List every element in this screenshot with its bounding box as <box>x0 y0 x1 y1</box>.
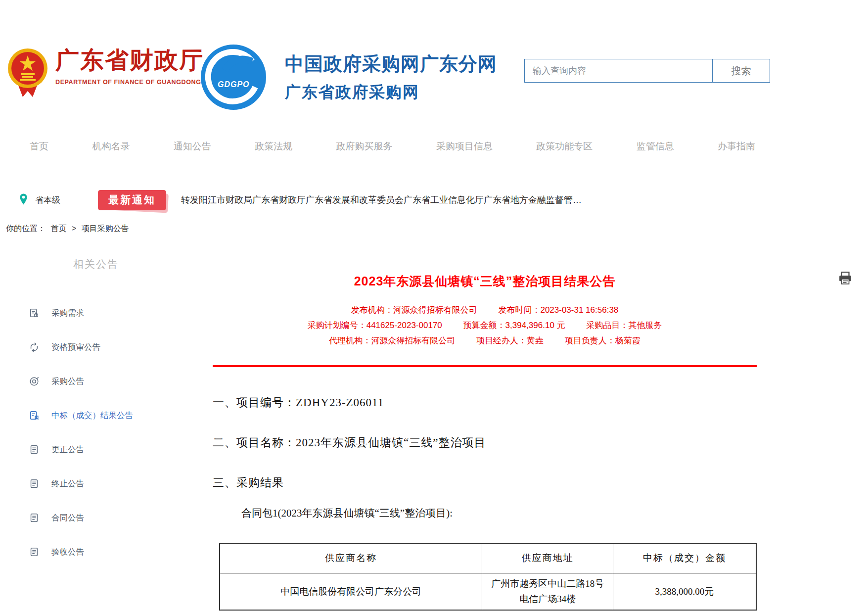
cell-supplier-name: 中国电信股份有限公司广东分公司 <box>220 573 482 610</box>
sidebar-item-label: 验收公告 <box>51 547 84 558</box>
site-title-line2: 广东省政府采购网 <box>285 82 497 103</box>
handler-value: 黄垚 <box>527 336 544 345</box>
breadcrumb-separator: > <box>72 224 76 233</box>
sidebar: 相关公告 采购需求 资格预审公告 <box>0 257 213 569</box>
breadcrumb-current[interactable]: 项目采购公告 <box>82 224 129 233</box>
page: 广东省财政厅 DEPARTMENT OF FINANCE OF GUANGDON… <box>0 0 868 614</box>
meta-line-2: 采购计划编号：441625-2023-00170 预算金额：3,394,396.… <box>213 318 757 333</box>
latest-notice-badge[interactable]: 最新通知 <box>98 190 166 210</box>
sidebar-item-acceptance[interactable]: 验收公告 <box>0 535 213 569</box>
manager-value: 杨菊霞 <box>615 336 640 345</box>
sidebar-item-procurement-announcement[interactable]: 采购公告 <box>0 364 213 398</box>
breadcrumb: 你的位置： 首页 > 项目采购公告 <box>6 224 132 234</box>
sidebar-list: 采购需求 资格预审公告 采购公告 <box>0 296 213 569</box>
nav-item-guide[interactable]: 办事指南 <box>718 140 755 153</box>
gdgpo-text: GDGPO <box>218 80 250 89</box>
address-line-2: 电信广场34楼 <box>482 591 612 607</box>
gdgpo-logo-icon: GDGPO <box>201 45 266 110</box>
location-pin-icon <box>19 193 28 207</box>
nav-item-directory[interactable]: 机构名录 <box>92 140 130 153</box>
sidebar-item-label: 更正公告 <box>51 444 84 455</box>
breadcrumb-home[interactable]: 首页 <box>50 224 66 233</box>
site-title-line1: 中国政府采购网广东分网 <box>285 51 497 77</box>
publisher-label: 发布机构： <box>351 305 393 315</box>
national-emblem-icon <box>7 47 48 101</box>
sidebar-item-label: 中标（成交）结果公告 <box>51 410 133 421</box>
sidebar-item-correction[interactable]: 更正公告 <box>0 432 213 467</box>
manager-label: 项目负责人： <box>565 336 615 345</box>
section-project-name: 二、项目名称：2023年东源县仙塘镇“三线”整治项目 <box>213 435 757 450</box>
handler-label: 项目经办人： <box>476 336 527 345</box>
header-supplier-name: 供应商名称 <box>220 543 482 573</box>
search-input[interactable] <box>525 59 712 82</box>
address-line-1: 广州市越秀区中山二路18号 <box>482 576 612 591</box>
contract-package-line: 合同包1(2023年东源县仙塘镇“三线”整治项目): <box>213 506 757 520</box>
article-meta: 发布机构：河源众得招标有限公司 发布时间：2023-03-31 16:56:38… <box>213 302 757 348</box>
cell-supplier-address: 广州市越秀区中山二路18号 电信广场34楼 <box>482 573 613 610</box>
meta-line-3: 代理机构：河源众得招标有限公司 项目经办人：黄垚 项目负责人：杨菊霞 <box>213 333 757 348</box>
red-divider <box>213 365 757 367</box>
sidebar-title: 相关公告 <box>73 257 213 271</box>
budget-label: 预算金额： <box>463 321 505 330</box>
category-value: 其他服务 <box>628 321 662 330</box>
agency-label: 代理机构： <box>329 336 371 345</box>
header-supplier-address: 供应商地址 <box>482 543 613 573</box>
sidebar-item-label: 采购需求 <box>51 308 84 319</box>
region-selector[interactable]: 省本级 <box>35 194 60 206</box>
section-procurement-result: 三、采购结果 <box>213 475 757 490</box>
main-nav: 首页 机构名录 通知公告 政策法规 政府购买服务 采购项目信息 政策功能专区 监… <box>30 140 755 153</box>
publisher-value: 河源众得招标有限公司 <box>393 305 477 315</box>
agency-value: 河源众得招标有限公司 <box>371 336 455 345</box>
section-project-number: 一、项目编号：ZDHY23-Z06011 <box>213 395 757 410</box>
notice-link[interactable]: 转发阳江市财政局广东省财政厅广东省发展和改革委员会广东省工业信息化厅广东省地方金… <box>181 194 582 206</box>
plan-number-label: 采购计划编号： <box>308 321 366 330</box>
sidebar-item-prequalification[interactable]: 资格预审公告 <box>0 330 213 364</box>
plan-number-value: 441625-2023-00170 <box>366 321 442 330</box>
article: 2023年东源县仙塘镇“三线”整治项目结果公告 发布机构：河源众得招标有限公司 … <box>213 257 757 611</box>
search-button[interactable]: 搜索 <box>712 59 770 82</box>
search-bar: 搜索 <box>524 59 770 83</box>
header-award-amount: 中标（成交）金额 <box>613 543 756 573</box>
nav-item-policies[interactable]: 政策法规 <box>255 140 292 153</box>
publish-time-label: 发布时间： <box>498 305 540 315</box>
print-button[interactable] <box>838 271 853 287</box>
sidebar-item-label: 采购公告 <box>51 376 84 387</box>
table-header-row: 供应商名称 供应商地址 中标（成交）金额 <box>220 543 756 573</box>
sidebar-item-termination[interactable]: 终止公告 <box>0 467 213 501</box>
result-table: 供应商名称 供应商地址 中标（成交）金额 中国电信股份有限公司广东分公司 广州市… <box>219 543 757 611</box>
table-row: 中国电信股份有限公司广东分公司 广州市越秀区中山二路18号 电信广场34楼 3,… <box>220 573 756 610</box>
nav-item-gov-purchase-service[interactable]: 政府购买服务 <box>336 140 393 153</box>
sidebar-item-label: 资格预审公告 <box>51 342 100 353</box>
cell-award-amount: 3,388,000.00元 <box>613 573 756 610</box>
nav-item-project-info[interactable]: 采购项目信息 <box>436 140 493 153</box>
nav-item-notices[interactable]: 通知公告 <box>174 140 211 153</box>
site-title: 中国政府采购网广东分网 广东省政府采购网 <box>285 51 497 103</box>
breadcrumb-prefix: 你的位置： <box>6 224 46 233</box>
nav-item-supervision[interactable]: 监管信息 <box>637 140 674 153</box>
nav-item-home[interactable]: 首页 <box>30 140 48 153</box>
category-label: 采购品目： <box>586 321 628 330</box>
sidebar-item-contract[interactable]: 合同公告 <box>0 501 213 535</box>
meta-line-1: 发布机构：河源众得招标有限公司 发布时间：2023-03-31 16:56:38 <box>213 302 757 318</box>
sidebar-item-procurement-demand[interactable]: 采购需求 <box>0 296 213 330</box>
budget-value: 3,394,396.10 元 <box>505 321 565 330</box>
sidebar-item-label: 终止公告 <box>51 478 84 489</box>
sidebar-item-award-result[interactable]: 中标（成交）结果公告 <box>0 398 213 432</box>
publish-time-value: 2023-03-31 16:56:38 <box>540 305 618 315</box>
notice-bar: 省本级 最新通知 转发阳江市财政局广东省财政厅广东省发展和改革委员会广东省工业信… <box>19 189 582 211</box>
sidebar-item-label: 合同公告 <box>51 513 84 523</box>
nav-item-policy-zone[interactable]: 政策功能专区 <box>536 140 593 153</box>
article-title: 2023年东源县仙塘镇“三线”整治项目结果公告 <box>213 273 757 289</box>
